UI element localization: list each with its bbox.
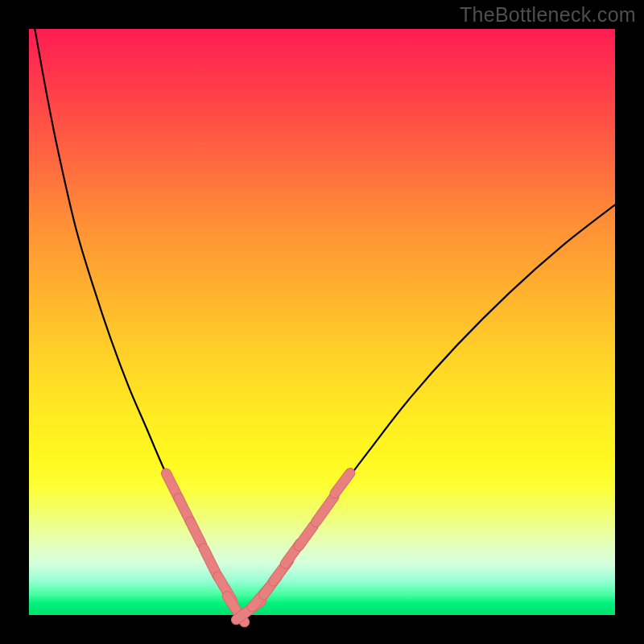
plot-area (29, 29, 615, 615)
watermark-text: TheBottleneck.com (460, 3, 636, 27)
curve-markers (159, 466, 357, 629)
chart-frame: TheBottleneck.com (0, 0, 644, 644)
curve-layer (29, 29, 615, 615)
curve-left-branch (35, 29, 238, 613)
curve-paths (35, 29, 615, 613)
data-marker (328, 466, 357, 500)
